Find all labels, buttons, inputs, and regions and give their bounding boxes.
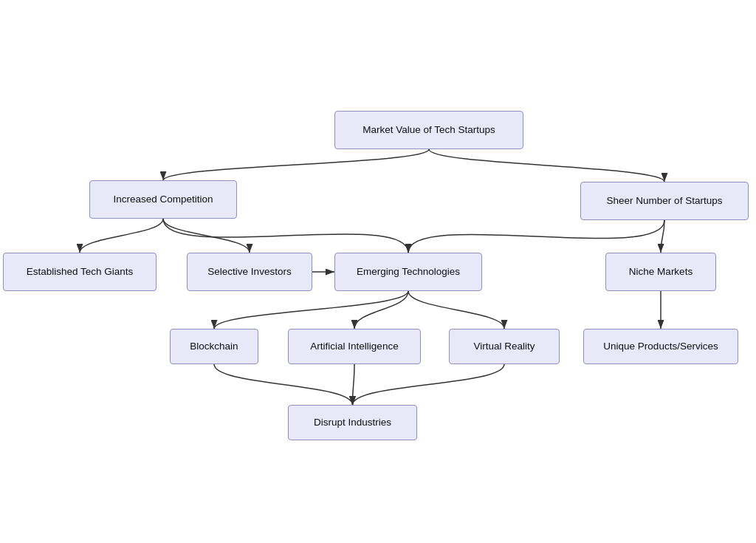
node-disrupt: Disrupt Industries: [288, 405, 417, 440]
node-unique-products: Unique Products/Services: [583, 329, 738, 364]
edge-increased-competition-to-established-tech: [80, 219, 163, 253]
diagram-container: Market Value of Tech StartupsIncreased C…: [0, 0, 756, 543]
node-established-tech: Established Tech Giants: [3, 253, 157, 291]
edge-increased-competition-to-selective-investors: [163, 219, 250, 253]
edge-root-to-increased-competition: [163, 149, 429, 180]
node-niche-markets: Niche Markets: [605, 253, 716, 291]
node-selective-investors: Selective Investors: [187, 253, 312, 291]
node-ai: Artificial Intelligence: [288, 329, 421, 364]
edge-sn-em: [408, 220, 664, 253]
node-root: Market Value of Tech Startups: [334, 111, 523, 149]
node-vr: Virtual Reality: [449, 329, 560, 364]
node-increased-competition: Increased Competition: [89, 180, 237, 219]
edge-root-to-sheer-number: [429, 149, 664, 182]
edge-bc-di: [214, 364, 353, 405]
edge-vr-di: [353, 364, 505, 405]
edge-ai-to-disrupt: [353, 364, 355, 405]
edge-emerging-tech-to-vr: [408, 291, 504, 329]
edge-ic-em: [163, 219, 408, 253]
node-emerging-tech: Emerging Technologies: [334, 253, 482, 291]
node-blockchain: Blockchain: [170, 329, 258, 364]
edge-emerging-tech-to-blockchain: [214, 291, 408, 329]
node-sheer-number: Sheer Number of Startups: [580, 182, 749, 220]
